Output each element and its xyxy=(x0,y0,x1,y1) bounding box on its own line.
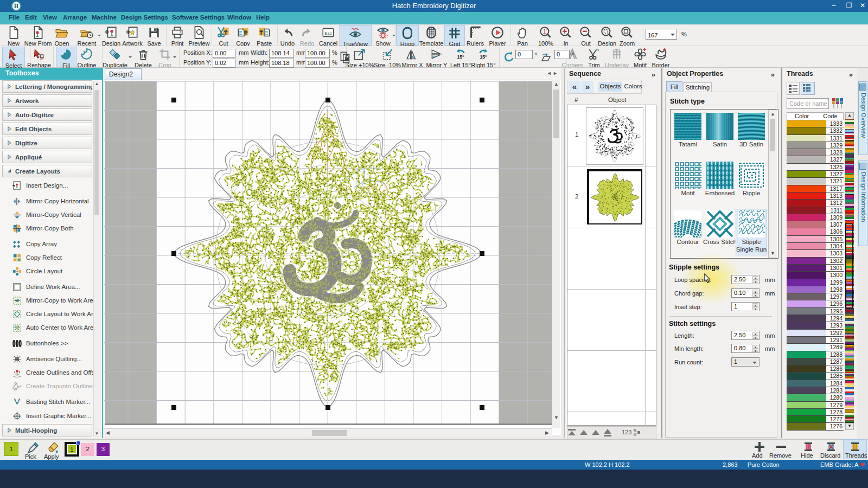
svg-text:1: 1 xyxy=(543,28,546,35)
svg-text:15°: 15° xyxy=(480,54,487,60)
svg-text:15°: 15° xyxy=(457,54,464,60)
svg-text:123: 123 xyxy=(622,429,631,435)
svg-text:Esc: Esc xyxy=(324,31,332,36)
